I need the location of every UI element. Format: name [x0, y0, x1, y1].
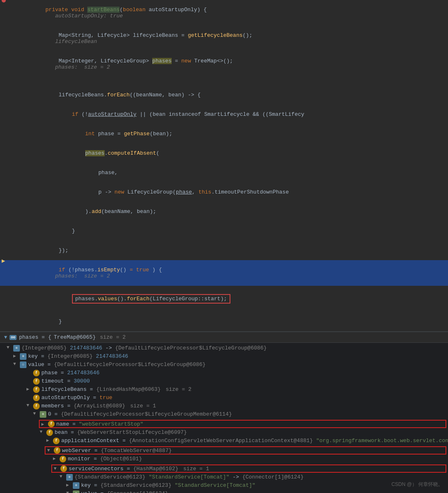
tree-node-label: autoStartupOnly = true	[41, 395, 113, 401]
tree-expand-icon[interactable]: ▼	[7, 345, 13, 350]
tree-item[interactable]: ▼ ≡ {StandardService@6123} "StandardServ…	[0, 474, 448, 482]
expand-icon[interactable]: ▼	[4, 335, 7, 340]
tree-node-icon: ○	[20, 361, 26, 368]
tree-item[interactable]: ▼ f members = {ArrayList@6089} size = 1	[0, 402, 448, 411]
tree-node-label: value = {DefaultLifecycleProcessor$Lifec…	[28, 361, 206, 368]
tree-node-label: applicationContext = {AnnotationConfigSe…	[61, 438, 448, 444]
tree-node-icon: f	[33, 370, 40, 376]
tree-expand-icon[interactable]: ▶	[41, 421, 48, 427]
tree-node-icon: f	[33, 378, 40, 385]
tree-node-icon: f	[33, 386, 40, 393]
line-content: phases.computeIfAbsent(	[23, 144, 448, 163]
tree-node-icon: f	[53, 438, 60, 444]
code-line: lifecycleBeans.forEach((beanName, bean) …	[0, 85, 448, 105]
tree-node-label: {StandardService@6123} "StandardService[…	[74, 474, 304, 480]
debug-panel: ▼ oo phases = {TreeMap@6065} size = 2 ▼ …	[0, 331, 448, 493]
tree-node-icon: f	[60, 465, 67, 472]
debug-header: ▼ oo phases = {TreeMap@6065} size = 2	[0, 332, 448, 343]
line-content: }	[23, 222, 448, 240]
code-line: phase,	[0, 163, 448, 182]
tree-expand-icon[interactable]: ▼	[33, 411, 40, 416]
tree-item[interactable]: ▶ f monitor = {Object@6101}	[0, 455, 448, 464]
tree-item[interactable]: ▼ ≡ 0 = {DefaultLifecycleProcessor$Lifec…	[0, 411, 448, 419]
tree-node-icon: ≡	[66, 474, 73, 481]
tree-node-label: lifecycleBeans = {LinkedHashMap@6063} si…	[41, 386, 192, 392]
tree-item[interactable]: ▶ f autoStartupOnly = true	[0, 394, 448, 402]
tree-item[interactable]: ▼ ○ value = {DefaultLifecycleProcessor$L…	[0, 361, 448, 369]
red-box-service-connectors[interactable]: ▼ f serviceConnectors = {HashMap@6102} s…	[51, 464, 446, 473]
tree-node-icon: ≡	[40, 411, 46, 418]
code-line-foreach: phases.values().forEach(LifecycleGroup::…	[0, 286, 448, 312]
tree-node-label: key = {StandardService@6123} "StandardSe…	[81, 482, 255, 488]
tree-item[interactable]: ▼ f bean = {WebServerStartStopLifecycle@…	[0, 429, 448, 437]
tree-node-icon: f	[48, 421, 55, 427]
line-content: private void startBeans(boolean autoStar…	[23, 0, 448, 25]
tree-expand-icon[interactable]: ▼	[66, 491, 73, 493]
code-line-highlighted: ▶ if (!phases.isEmpty() = true ) { phase…	[0, 260, 448, 286]
line-content: p -> new LifecycleGroup(phase, this.time…	[23, 183, 448, 201]
code-line: }	[0, 221, 448, 241]
line-content: ).add(beanName, bean);	[23, 202, 448, 221]
code-line: }	[0, 312, 448, 331]
tree-expand-icon[interactable]: ▶	[13, 353, 20, 359]
tree-node-label: name = "webServerStartStop"	[56, 421, 144, 427]
tree-item[interactable]: ▶ ≡ key = {Integer@6085} 2147483646	[0, 353, 448, 361]
watermark: CSDN @） 何章怀晓。	[391, 481, 443, 488]
tree-node-label: value = {Connector[1]@6124}	[81, 491, 168, 493]
tree-item[interactable]: ▼ ≡ {Integer@6085} 2147483646 -> {Defaul…	[0, 345, 448, 353]
tree-item[interactable]: ▶ f applicationContext = {AnnotationConf…	[0, 437, 448, 445]
line-content: phase,	[23, 163, 448, 182]
tree-item[interactable]: ▶ ≡ key = {StandardService@6123} "Standa…	[0, 482, 448, 490]
tree-node-icon: f	[60, 456, 66, 462]
code-line: int phase = getPhase(bean);	[0, 124, 448, 144]
tree-item[interactable]: ▶ f phase = 2147483646	[0, 369, 448, 378]
red-box-webserver[interactable]: ▼ f webServer = {TomcatWebServer@4887}	[45, 446, 446, 455]
line-content: int phase = getPhase(bean);	[23, 124, 448, 143]
tree-expand-icon[interactable]: ▶	[53, 456, 60, 461]
tree-expand-icon[interactable]: ▼	[54, 466, 60, 471]
red-box-name[interactable]: ▶ f name = "webServerStartStop"	[39, 420, 446, 428]
tree-node-icon: f	[33, 403, 40, 409]
code-line: Map<String, Lifecycle> lifecycleBeans = …	[0, 26, 448, 51]
tree-expand-icon[interactable]: ▶	[46, 438, 53, 443]
code-line: Map<Integer, LifecycleGroup> phases = ne…	[0, 51, 448, 77]
tree-node-label: bean = {WebServerStartStopLifecycle@6097…	[55, 429, 187, 436]
tree-node-icon: ≡	[73, 491, 79, 493]
tree-node-icon: f	[46, 429, 53, 436]
tree-node-label: {Integer@6085} 2147483646 -> {DefaultLif…	[22, 345, 267, 351]
tree-node-icon: f	[33, 395, 40, 401]
line-content: phases.values().forEach(LifecycleGroup::…	[23, 286, 448, 311]
tree-node-label: members = {ArrayList@6089} size = 1	[41, 403, 156, 409]
line-content: });	[23, 241, 448, 260]
tree-node-label: key = {Integer@6085} 2147483646	[28, 353, 128, 359]
tree-node-icon: f	[54, 447, 60, 454]
tree-node-label: timeout = 30000	[41, 378, 90, 384]
tree-expand-icon[interactable]: ▼	[40, 429, 46, 434]
debug-var-size: size = 2	[100, 334, 125, 340]
tree-node-icon: ≡	[13, 345, 20, 352]
tree-expand-icon[interactable]: ▼	[13, 361, 20, 366]
tree-expand-icon[interactable]: ▼	[47, 448, 54, 453]
tree-item[interactable]: ▼ ≡ value = {Connector[1]@6124}	[0, 490, 448, 493]
tree-node-label: monitor = {Object@6101}	[68, 456, 142, 462]
tree-node-icon: ≡	[73, 482, 79, 489]
tree-node-icon: ≡	[20, 353, 26, 360]
tree-node-label: serviceConnectors = {HashMap@6102} size …	[69, 466, 209, 472]
line-content: }	[23, 312, 448, 331]
debug-tree[interactable]: ▼ ≡ {Integer@6085} 2147483646 -> {Defaul…	[0, 343, 448, 493]
line-content: Map<Integer, LifecycleGroup> phases = ne…	[23, 52, 448, 77]
tree-expand-icon[interactable]: ▶	[26, 386, 33, 392]
debug-icon: oo	[10, 335, 17, 340]
line-content: if (!autoStartupOnly || (bean instanceof…	[23, 105, 448, 124]
tree-expand-icon[interactable]: ▼	[26, 403, 33, 408]
code-line: if (!autoStartupOnly || (bean instanceof…	[0, 105, 448, 124]
tree-expand-icon[interactable]: ▶	[66, 482, 73, 488]
line-content	[23, 77, 448, 84]
tree-item[interactable]: ▶ f lifecycleBeans = {LinkedHashMap@6063…	[0, 386, 448, 394]
code-editor: private void startBeans(boolean autoStar…	[0, 0, 448, 331]
tree-expand-icon[interactable]: ▼	[60, 474, 66, 479]
tree-item[interactable]: ▶ f timeout = 30000	[0, 378, 448, 386]
tree-node-label: 0 = {DefaultLifecycleProcessor$Lifecycle…	[48, 411, 232, 417]
tree-node-label: phase = 2147483646	[41, 370, 99, 376]
code-line: p -> new LifecycleGroup(phase, this.time…	[0, 182, 448, 202]
